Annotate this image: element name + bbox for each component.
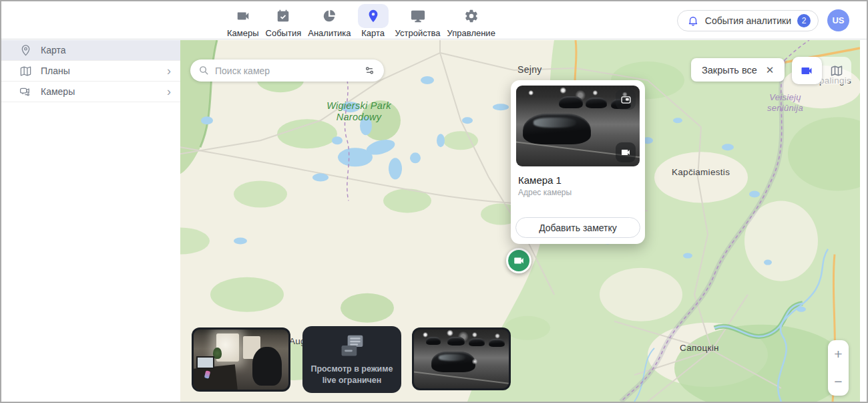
- sidebar-item-label: Карта: [41, 45, 65, 55]
- close-all-button[interactable]: Закрыть все ✕: [691, 58, 785, 82]
- camera-title: Камера 1: [518, 174, 640, 186]
- videocam-icon: [228, 4, 258, 28]
- map-label-sapotskin: Сапоцкін: [680, 343, 719, 353]
- open-in-pip-button[interactable]: [616, 90, 636, 110]
- videocam-icon: [620, 147, 631, 158]
- tab-label: Устройства: [395, 28, 441, 38]
- add-note-button[interactable]: Добавить заметку: [515, 217, 640, 238]
- car-shape: [447, 337, 465, 346]
- camera-view-toggle[interactable]: [792, 57, 822, 84]
- map-zoom-control: + −: [828, 340, 849, 396]
- camera-address: Адрес камеры: [518, 188, 640, 197]
- chair-shape: [252, 347, 282, 386]
- car-shape: [469, 338, 485, 346]
- map-area: Sejny Wigierski Park Narodowy Kapčiamies…: [180, 40, 860, 402]
- analytics-events-button[interactable]: События аналитики 2: [677, 10, 819, 31]
- avatar[interactable]: US: [827, 9, 849, 31]
- office-preview: [194, 329, 288, 390]
- folded-map-icon: [830, 64, 843, 78]
- car-shape: [559, 96, 583, 108]
- camera-thumbnail-office[interactable]: [192, 327, 290, 392]
- search-icon: [198, 65, 210, 76]
- tab-label: Камеры: [227, 28, 259, 38]
- search-input[interactable]: [215, 65, 358, 76]
- tab-events[interactable]: События: [266, 4, 302, 38]
- videocam-icon: [800, 64, 813, 78]
- restricted-message: Просмотр в режиме live ограничен: [308, 364, 396, 386]
- events-button-label: События аналитики: [705, 15, 791, 26]
- sidebar-item-map[interactable]: Карта: [1, 40, 180, 61]
- chevron-right-icon: ›: [167, 65, 171, 77]
- cameras-icon: [19, 86, 32, 98]
- tab-label: События: [266, 28, 302, 38]
- map-label-sejny: Sejny: [517, 64, 542, 75]
- sidebar-item-label: Планы: [41, 65, 70, 76]
- parking-preview: [414, 329, 509, 388]
- map-label-veisieju-seniunija: Veisiejų seniūnija: [758, 92, 813, 114]
- sidebar-item-plans[interactable]: Планы ›: [1, 61, 180, 82]
- camera-type-badge: [616, 142, 636, 162]
- camera-thumbnail-restricted[interactable]: Просмотр в режиме live ограничен: [302, 326, 401, 393]
- close-all-label: Закрыть все: [702, 65, 757, 76]
- tab-analytics[interactable]: Аналитика: [308, 4, 351, 38]
- bell-icon: [687, 15, 699, 27]
- gear-icon: [456, 4, 487, 28]
- camera-search: [190, 59, 384, 82]
- monitor-shape: [196, 356, 214, 369]
- map-label-kapciamiestis: Kapčiamiestis: [672, 167, 730, 177]
- archive-stack-icon: [337, 333, 367, 360]
- tab-label: Аналитика: [308, 28, 351, 38]
- open-in-pip-icon: [620, 94, 632, 106]
- car-shape: [523, 114, 591, 144]
- app-window: Камеры События Аналитика Карта: [0, 0, 868, 403]
- camera-map-marker[interactable]: [506, 248, 531, 273]
- map-pin-icon: [358, 4, 389, 28]
- view-toggle: [792, 57, 851, 84]
- map-view-toggle[interactable]: [822, 57, 852, 84]
- sidebar: Карта Планы › Камеры ›: [1, 40, 180, 402]
- car-shape: [426, 337, 441, 345]
- tab-cameras[interactable]: Камеры: [227, 4, 259, 38]
- events-calendar-icon: [268, 4, 298, 28]
- sidebar-item-cameras[interactable]: Камеры ›: [1, 82, 180, 102]
- camera-preview[interactable]: [516, 86, 640, 166]
- close-icon: ✕: [766, 64, 775, 76]
- tab-devices[interactable]: Устройства: [395, 4, 441, 38]
- videocam-icon: [513, 255, 525, 267]
- car-shape: [489, 339, 505, 347]
- zoom-in-button[interactable]: +: [828, 340, 849, 368]
- tab-label: Управление: [447, 28, 495, 38]
- headlight-glow: [471, 359, 478, 364]
- camera-thumbnail-parking[interactable]: [412, 327, 511, 390]
- chevron-right-icon: ›: [167, 86, 171, 98]
- tab-label: Карта: [361, 28, 385, 38]
- folded-map-icon: [19, 65, 32, 78]
- car-shape: [586, 98, 607, 108]
- pie-chart-icon: [314, 4, 345, 28]
- sidebar-item-label: Камеры: [41, 86, 75, 97]
- tab-management[interactable]: Управление: [447, 4, 495, 38]
- camera-popup-card: Камера 1 Адрес камеры Добавить заметку: [511, 80, 645, 244]
- tab-map[interactable]: Карта: [358, 4, 389, 38]
- zoom-out-button[interactable]: −: [828, 368, 849, 396]
- monitor-icon: [403, 4, 433, 28]
- events-count-badge: 2: [797, 14, 811, 27]
- filter-icon[interactable]: [363, 64, 376, 77]
- car-shape: [431, 352, 475, 372]
- map-label-wigierski-park: Wigierski Park Narodowy: [317, 100, 401, 124]
- header: Камеры События Аналитика Карта: [1, 1, 867, 39]
- top-nav: Камеры События Аналитика Карта: [227, 4, 495, 38]
- map-pin-outline-icon: [19, 44, 32, 57]
